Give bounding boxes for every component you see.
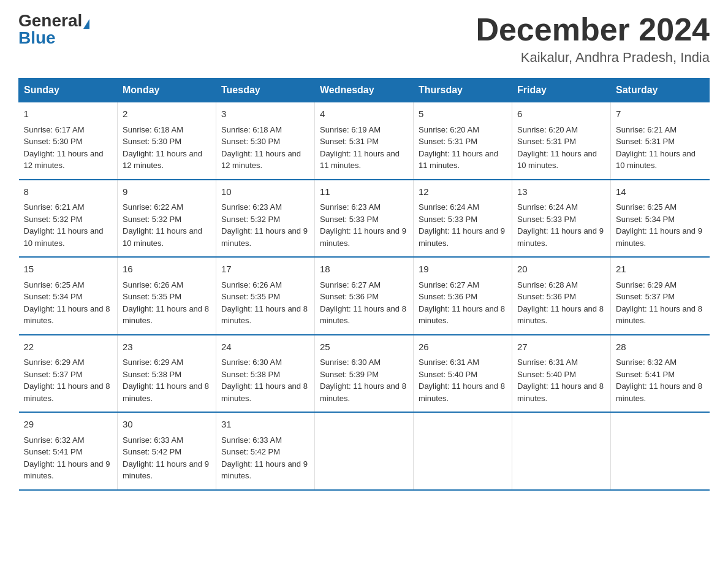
calendar-cell: 16Sunrise: 6:26 AMSunset: 5:35 PMDayligh… [118, 257, 216, 335]
day-info: Sunrise: 6:31 AMSunset: 5:40 PMDaylight:… [517, 358, 604, 403]
calendar-cell: 6Sunrise: 6:20 AMSunset: 5:31 PMDaylight… [512, 102, 611, 180]
header-day-sunday: Sunday [19, 79, 118, 102]
day-info: Sunrise: 6:25 AMSunset: 5:34 PMDaylight:… [24, 280, 110, 326]
calendar-cell: 18Sunrise: 6:27 AMSunset: 5:36 PMDayligh… [315, 257, 414, 335]
day-number: 31 [221, 418, 309, 432]
day-info: Sunrise: 6:31 AMSunset: 5:40 PMDaylight:… [419, 358, 505, 403]
calendar-cell: 11Sunrise: 6:23 AMSunset: 5:33 PMDayligh… [315, 180, 414, 258]
header-row: SundayMondayTuesdayWednesdayThursdayFrid… [19, 79, 710, 102]
day-info: Sunrise: 6:17 AMSunset: 5:30 PMDaylight:… [24, 125, 104, 170]
header-day-tuesday: Tuesday [216, 79, 315, 102]
day-number: 14 [616, 185, 705, 199]
day-number: 17 [221, 262, 309, 277]
calendar-cell: 22Sunrise: 6:29 AMSunset: 5:37 PMDayligh… [19, 335, 118, 413]
location-text: Kaikalur, Andhra Pradesh, India [476, 50, 710, 66]
calendar-cell: 10Sunrise: 6:23 AMSunset: 5:32 PMDayligh… [216, 180, 315, 258]
calendar-cell: 14Sunrise: 6:25 AMSunset: 5:34 PMDayligh… [611, 180, 710, 258]
calendar-header: SundayMondayTuesdayWednesdayThursdayFrid… [19, 79, 710, 102]
day-number: 29 [24, 418, 113, 432]
calendar-cell: 7Sunrise: 6:21 AMSunset: 5:31 PMDaylight… [611, 102, 710, 180]
day-number: 13 [517, 185, 605, 199]
calendar-cell [315, 412, 414, 490]
day-number: 26 [419, 340, 507, 354]
calendar-week-3: 15Sunrise: 6:25 AMSunset: 5:34 PMDayligh… [19, 257, 710, 335]
day-info: Sunrise: 6:18 AMSunset: 5:30 PMDaylight:… [221, 125, 301, 170]
day-number: 22 [24, 340, 113, 354]
day-number: 5 [419, 107, 507, 121]
day-info: Sunrise: 6:24 AMSunset: 5:33 PMDaylight:… [517, 202, 604, 248]
day-number: 24 [221, 340, 309, 354]
day-number: 10 [221, 185, 309, 199]
header-day-wednesday: Wednesday [315, 79, 414, 102]
calendar-cell: 24Sunrise: 6:30 AMSunset: 5:38 PMDayligh… [216, 335, 315, 413]
header-day-thursday: Thursday [414, 79, 512, 102]
day-info: Sunrise: 6:26 AMSunset: 5:35 PMDaylight:… [123, 280, 209, 326]
calendar-cell: 30Sunrise: 6:33 AMSunset: 5:42 PMDayligh… [118, 412, 216, 490]
day-info: Sunrise: 6:32 AMSunset: 5:41 PMDaylight:… [616, 358, 702, 403]
day-number: 15 [24, 262, 113, 277]
calendar-cell: 31Sunrise: 6:33 AMSunset: 5:42 PMDayligh… [216, 412, 315, 490]
day-info: Sunrise: 6:33 AMSunset: 5:42 PMDaylight:… [221, 435, 308, 481]
header-day-monday: Monday [118, 79, 216, 102]
calendar-cell: 13Sunrise: 6:24 AMSunset: 5:33 PMDayligh… [512, 180, 611, 258]
calendar-cell: 20Sunrise: 6:28 AMSunset: 5:36 PMDayligh… [512, 257, 611, 335]
day-number: 1 [24, 107, 113, 121]
calendar-cell: 15Sunrise: 6:25 AMSunset: 5:34 PMDayligh… [19, 257, 118, 335]
calendar-week-4: 22Sunrise: 6:29 AMSunset: 5:37 PMDayligh… [19, 335, 710, 413]
day-number: 19 [419, 262, 507, 277]
day-number: 9 [123, 185, 211, 199]
day-number: 4 [320, 107, 408, 121]
calendar-body: 1Sunrise: 6:17 AMSunset: 5:30 PMDaylight… [19, 102, 710, 490]
title-block: December 2024 Kaikalur, Andhra Pradesh, … [476, 12, 710, 66]
calendar-cell: 1Sunrise: 6:17 AMSunset: 5:30 PMDaylight… [19, 102, 118, 180]
day-info: Sunrise: 6:27 AMSunset: 5:36 PMDaylight:… [419, 280, 505, 326]
page-header: General Blue December 2024 Kaikalur, And… [18, 12, 710, 66]
calendar-cell: 3Sunrise: 6:18 AMSunset: 5:30 PMDaylight… [216, 102, 315, 180]
calendar-cell: 26Sunrise: 6:31 AMSunset: 5:40 PMDayligh… [414, 335, 512, 413]
calendar-table: SundayMondayTuesdayWednesdayThursdayFrid… [18, 78, 710, 491]
day-info: Sunrise: 6:24 AMSunset: 5:33 PMDaylight:… [419, 202, 505, 248]
calendar-cell: 9Sunrise: 6:22 AMSunset: 5:32 PMDaylight… [118, 180, 216, 258]
day-info: Sunrise: 6:33 AMSunset: 5:42 PMDaylight:… [123, 435, 209, 481]
day-number: 18 [320, 262, 408, 277]
day-number: 30 [123, 418, 211, 432]
calendar-cell [512, 412, 611, 490]
calendar-cell: 29Sunrise: 6:32 AMSunset: 5:41 PMDayligh… [19, 412, 118, 490]
day-number: 8 [24, 185, 113, 199]
logo: General Blue [18, 12, 89, 47]
day-info: Sunrise: 6:23 AMSunset: 5:32 PMDaylight:… [221, 202, 308, 248]
day-info: Sunrise: 6:28 AMSunset: 5:36 PMDaylight:… [517, 280, 604, 326]
day-number: 7 [616, 107, 705, 121]
day-number: 28 [616, 340, 705, 354]
day-info: Sunrise: 6:20 AMSunset: 5:31 PMDaylight:… [517, 125, 597, 170]
day-info: Sunrise: 6:21 AMSunset: 5:31 PMDaylight:… [616, 125, 696, 170]
day-number: 11 [320, 185, 408, 199]
calendar-cell: 17Sunrise: 6:26 AMSunset: 5:35 PMDayligh… [216, 257, 315, 335]
calendar-week-1: 1Sunrise: 6:17 AMSunset: 5:30 PMDaylight… [19, 102, 710, 180]
calendar-week-5: 29Sunrise: 6:32 AMSunset: 5:41 PMDayligh… [19, 412, 710, 490]
day-info: Sunrise: 6:23 AMSunset: 5:33 PMDaylight:… [320, 202, 406, 248]
day-info: Sunrise: 6:29 AMSunset: 5:37 PMDaylight:… [24, 358, 110, 403]
day-info: Sunrise: 6:30 AMSunset: 5:39 PMDaylight:… [320, 358, 406, 403]
day-info: Sunrise: 6:30 AMSunset: 5:38 PMDaylight:… [221, 358, 308, 403]
day-number: 16 [123, 262, 211, 277]
day-info: Sunrise: 6:21 AMSunset: 5:32 PMDaylight:… [24, 202, 104, 248]
calendar-cell: 2Sunrise: 6:18 AMSunset: 5:30 PMDaylight… [118, 102, 216, 180]
day-info: Sunrise: 6:32 AMSunset: 5:41 PMDaylight:… [24, 435, 110, 481]
day-info: Sunrise: 6:19 AMSunset: 5:31 PMDaylight:… [320, 125, 400, 170]
calendar-cell [414, 412, 512, 490]
month-title: December 2024 [476, 12, 710, 47]
calendar-cell: 21Sunrise: 6:29 AMSunset: 5:37 PMDayligh… [611, 257, 710, 335]
day-info: Sunrise: 6:22 AMSunset: 5:32 PMDaylight:… [123, 202, 202, 248]
day-info: Sunrise: 6:27 AMSunset: 5:36 PMDaylight:… [320, 280, 406, 326]
calendar-cell: 19Sunrise: 6:27 AMSunset: 5:36 PMDayligh… [414, 257, 512, 335]
calendar-cell [611, 412, 710, 490]
day-number: 2 [123, 107, 211, 121]
calendar-cell: 4Sunrise: 6:19 AMSunset: 5:31 PMDaylight… [315, 102, 414, 180]
calendar-week-2: 8Sunrise: 6:21 AMSunset: 5:32 PMDaylight… [19, 180, 710, 258]
calendar-cell: 23Sunrise: 6:29 AMSunset: 5:38 PMDayligh… [118, 335, 216, 413]
day-info: Sunrise: 6:29 AMSunset: 5:38 PMDaylight:… [123, 358, 209, 403]
day-info: Sunrise: 6:18 AMSunset: 5:30 PMDaylight:… [123, 125, 202, 170]
calendar-cell: 27Sunrise: 6:31 AMSunset: 5:40 PMDayligh… [512, 335, 611, 413]
logo-top: General [18, 12, 89, 29]
